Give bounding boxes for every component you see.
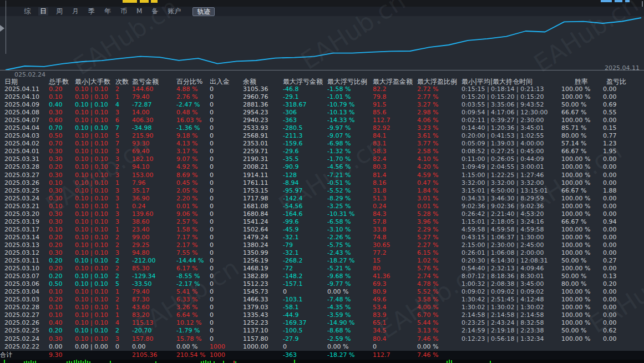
cell-pl-ratio: 0.00 — [600, 288, 644, 296]
cell-balance: 1382.89 — [243, 273, 283, 280]
cell-pl-ratio: 0.00 — [600, 335, 644, 343]
table-row[interactable]: 2025.03.310.300.10 | 0.103182.109.07 %02… — [0, 155, 644, 163]
menu-item-day[interactable]: 日 — [38, 7, 48, 16]
track-button[interactable]: 轨迹 — [192, 7, 215, 16]
cell-hold-time: 0:11:00 | 0:26:05 | 0:44:09 — [462, 155, 561, 163]
cell-count: 5 — [115, 280, 132, 288]
table-row[interactable]: 2025.04.090.400.10 | 0.104-72.87-2.47 %0… — [0, 101, 644, 109]
cell-percent: 6.33 % — [176, 296, 210, 304]
table-row[interactable]: 2025.02.250.200.10 | 0.102-20.70-1.79 %0… — [0, 327, 644, 335]
cell-max-float-profit-pct: 4.10 % — [417, 155, 462, 163]
cell-balance: 1545.73 — [243, 288, 283, 296]
table-row[interactable]: 2025.04.040.700.10 | 0.107-34.98-1.36 %0… — [0, 124, 644, 132]
cell-win-rate: 80.00 % — [561, 280, 600, 288]
table-row[interactable]: 2025.03.200.300.10 | 0.103139.609.06 %01… — [0, 210, 644, 218]
menu-item-account[interactable]: 账户 — [166, 7, 182, 16]
cell-total-lots: 0.00 — [49, 343, 75, 351]
table-row[interactable]: 2025.02.270.100.10 | 0.10183.206.64 %013… — [0, 311, 644, 319]
cell-hold-time: 1:00:32 | 2:08:38 | 3:45:00 — [462, 280, 561, 288]
table-row[interactable]: 2025.03.120.300.10 | 0.10394.807.55 %013… — [0, 249, 644, 257]
cell-percent: -2.47 % — [176, 101, 210, 109]
cell-pnl-amount: 38.60 — [132, 218, 176, 226]
table-row[interactable]: 2025.04.010.300.10 | 0.10369.403.17 %022… — [0, 148, 644, 155]
chart-scroll-arrow-icon[interactable] — [0, 25, 4, 32]
table-row[interactable]: 2025.04.020.700.10 | 0.10793.304.13 %023… — [0, 140, 644, 148]
table-row[interactable]: 2025.03.070.200.10 | 0.102-129.34-8.55 %… — [0, 273, 644, 280]
cell-percent: 2.76 % — [176, 93, 210, 101]
cell-total-lots: 0.30 — [49, 109, 75, 117]
cell-total-lots: 0.20 — [49, 296, 75, 304]
cell-pl-ratio: 0.00 — [600, 226, 644, 234]
cell-max-float-loss-pct: -4.35 % — [327, 304, 373, 311]
table-row[interactable]: 2025.03.030.200.10 | 0.10287.306.33 %014… — [0, 296, 644, 304]
menu-item-m[interactable]: M — [135, 7, 144, 16]
table-row[interactable]: 2025.02.280.100.10 | 0.10143.603.26 %013… — [0, 304, 644, 311]
cell-pnl-amount: 94.10 — [132, 163, 176, 171]
table-row[interactable]: 2025.04.080.300.10 | 0.10314.000.48 %029… — [0, 109, 644, 117]
table-row[interactable]: 2025.04.070.600.10 | 0.106406.3016.03 %0… — [0, 117, 644, 124]
menu-item-zong[interactable]: 综 — [22, 7, 32, 16]
cell-inout: 0 — [210, 195, 243, 203]
cell-percent: 9.07 % — [176, 155, 210, 163]
cell-minmax-lots: 0.10 | 0.10 — [75, 163, 115, 171]
table-row[interactable]: 2025.03.270.300.10 | 0.103153.008.69 %01… — [0, 172, 644, 179]
cell-pnl-amount: 23.40 — [132, 226, 176, 234]
cell-max-float-loss: -79 — [283, 241, 327, 249]
cell-percent: 15.78 % — [176, 335, 210, 343]
bottom-histogram — [0, 360, 644, 363]
histogram-bar — [76, 360, 77, 363]
table-row[interactable]: 2025.04.030.500.10 | 0.105215.909.18 %02… — [0, 132, 644, 140]
cell-inout: 0 — [210, 311, 243, 319]
table-row[interactable]: 2025.03.040.100.10 | 0.10179.405.41 %015… — [0, 288, 644, 296]
menu-item-year[interactable]: 年 — [103, 7, 113, 16]
cell-hold-time: 0:15:15 | 0:18:14 | 0:21:13 — [462, 85, 561, 93]
cell-max-float-loss: -95.97 — [283, 187, 327, 195]
col-header-max-float-profit-pct: 最大浮盈比例 — [417, 77, 462, 85]
col-header-max-float-loss: 最大浮亏金额 — [283, 77, 327, 85]
cell-hold-time: 0:05:09 | 1:39:03 | 4:00:00 — [462, 140, 561, 148]
cell-max-float-profit-pct: 0.47 % — [417, 179, 462, 187]
cell-pnl-amount: 139.60 — [132, 210, 176, 218]
table-row[interactable]: 2025.04.110.200.10 | 0.102144.604.88 %03… — [0, 85, 644, 93]
menu-item-week[interactable]: 周 — [54, 7, 64, 16]
cell-max-float-profit-pct: 2.77 % — [417, 93, 462, 101]
cell-pnl-amount: 36.90 — [132, 195, 176, 203]
cell-pnl-amount: -34.98 — [132, 124, 176, 132]
menu-item-currency[interactable]: 币 — [119, 7, 129, 16]
table-row[interactable]: 2025.03.240.300.10 | 0.10336.902.20 %017… — [0, 195, 644, 203]
table-row[interactable]: 2025.03.170.100.10 | 0.10123.401.58 %015… — [0, 226, 644, 234]
table-row[interactable]: 2025.03.260.100.10 | 0.1017.960.45 %0176… — [0, 179, 644, 187]
table-row[interactable]: 2025.03.280.200.10 | 0.10294.104.92 %020… — [0, 163, 644, 171]
cell-total-lots: 0.40 — [49, 101, 75, 109]
cell-total-lots: 0.10 — [49, 179, 75, 187]
cell-max-float-loss: -280.5 — [283, 124, 327, 132]
table-row[interactable]: 2025.03.190.300.10 | 0.10338.602.57 %015… — [0, 218, 644, 226]
table-row[interactable]: 2025.04.100.100.10 | 0.10179.402.76 %029… — [0, 93, 644, 101]
equity-curve-chart — [0, 16, 644, 70]
col-header-minmax-lots: 最小|大手数 — [75, 77, 115, 85]
table-row[interactable]: 2025.02.220.000.00 | 0.0000.000.00 %1000… — [0, 343, 644, 351]
cell-hold-time: 0:20:30 | 6:14:30 | 12:08:31 — [462, 257, 561, 265]
table-row[interactable]: 2025.03.140.200.10 | 0.10299.007.17 %014… — [0, 234, 644, 241]
cell-pl-ratio: 0.20 — [600, 280, 644, 288]
table-row[interactable]: 2025.03.060.500.10 | 0.105-33.50-2.17 %0… — [0, 280, 644, 288]
menu-item-memo[interactable]: 备 — [150, 7, 160, 16]
table-row[interactable]: 2025.03.130.200.10 | 0.10229.252.17 %013… — [0, 241, 644, 249]
table-row[interactable]: 2025.03.250.300.10 | 0.10335.172.05 %017… — [0, 187, 644, 195]
cell-hold-time — [462, 351, 561, 360]
cell-win-rate: 50.00 % — [561, 257, 600, 265]
table-row[interactable]: 2025.02.240.300.10 | 0.103157.8015.78 %0… — [0, 335, 644, 343]
cell-percent: 4.88 % — [176, 85, 210, 93]
table-row[interactable]: 2025.03.110.200.10 | 0.102-212.00-14.44 … — [0, 257, 644, 265]
cell-count: 2 — [115, 257, 132, 265]
cell-max-float-loss-pct: -1.32 % — [327, 148, 373, 155]
cell-max-float-loss: -29.1 — [283, 93, 327, 101]
cell-max-float-loss: -128 — [283, 172, 327, 179]
cell-percent: 3.26 % — [176, 304, 210, 311]
table-row[interactable]: 2025.03.100.200.10 | 0.10285.306.17 %014… — [0, 265, 644, 273]
menu-item-month[interactable]: 月 — [70, 7, 80, 16]
table-row[interactable]: 2025.03.210.100.10 | 0.1010.240.01 %0168… — [0, 203, 644, 210]
table-row[interactable]: 2025.02.260.400.10 | 0.104115.1310.12 %0… — [0, 319, 644, 327]
cell-pl-ratio: 0.00 — [600, 296, 644, 304]
menu-item-quarter[interactable]: 季 — [87, 7, 97, 16]
